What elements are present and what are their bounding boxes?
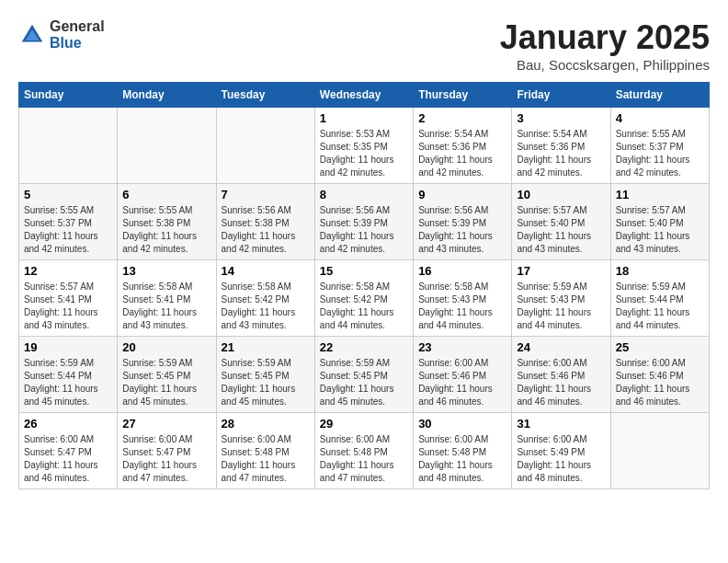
calendar-cell: 21Sunrise: 5:59 AM Sunset: 5:45 PM Dayli… [216, 337, 314, 413]
day-number: 5 [24, 188, 112, 201]
calendar-cell: 10Sunrise: 5:57 AM Sunset: 5:40 PM Dayli… [512, 184, 610, 260]
header-thursday: Thursday [414, 83, 512, 108]
calendar-week-2: 12Sunrise: 5:57 AM Sunset: 5:41 PM Dayli… [19, 260, 710, 337]
calendar-cell: 11Sunrise: 5:57 AM Sunset: 5:40 PM Dayli… [610, 184, 709, 260]
day-info: Sunrise: 6:00 AM Sunset: 5:48 PM Dayligh… [320, 433, 408, 485]
day-number: 22 [320, 340, 408, 354]
day-info: Sunrise: 6:00 AM Sunset: 5:48 PM Dayligh… [222, 433, 310, 485]
calendar-cell: 6Sunrise: 5:55 AM Sunset: 5:38 PM Daylig… [118, 184, 216, 260]
day-number: 8 [320, 188, 408, 201]
day-number: 28 [222, 417, 310, 431]
calendar-cell: 29Sunrise: 6:00 AM Sunset: 5:48 PM Dayli… [314, 413, 413, 489]
day-number: 21 [222, 340, 310, 354]
header-row: Sunday Monday Tuesday Wednesday Thursday… [19, 83, 710, 108]
calendar-cell: 28Sunrise: 6:00 AM Sunset: 5:48 PM Dayli… [216, 413, 314, 489]
calendar-cell: 12Sunrise: 5:57 AM Sunset: 5:41 PM Dayli… [19, 260, 118, 337]
calendar-header: Sunday Monday Tuesday Wednesday Thursday… [19, 83, 710, 108]
logo-text: General Blue [50, 18, 105, 51]
calendar-cell [118, 108, 216, 184]
day-number: 7 [222, 188, 310, 201]
calendar-cell: 22Sunrise: 5:59 AM Sunset: 5:45 PM Dayli… [314, 337, 413, 413]
title-block: January 2025 Bau, Soccsksargen, Philippi… [500, 18, 710, 73]
day-info: Sunrise: 5:58 AM Sunset: 5:41 PM Dayligh… [122, 281, 210, 332]
day-info: Sunrise: 5:55 AM Sunset: 5:37 PM Dayligh… [24, 204, 112, 256]
logo-blue: Blue [50, 35, 105, 52]
header-sunday: Sunday [19, 83, 118, 108]
day-info: Sunrise: 5:56 AM Sunset: 5:39 PM Dayligh… [320, 204, 408, 256]
day-number: 2 [418, 111, 506, 125]
calendar-cell: 20Sunrise: 5:59 AM Sunset: 5:45 PM Dayli… [118, 337, 216, 413]
day-number: 12 [24, 264, 112, 278]
day-number: 9 [418, 188, 506, 201]
day-number: 17 [517, 264, 605, 278]
day-info: Sunrise: 5:56 AM Sunset: 5:39 PM Dayligh… [418, 204, 506, 256]
page-header: General Blue January 2025 Bau, Soccsksar… [18, 18, 710, 73]
day-info: Sunrise: 6:00 AM Sunset: 5:46 PM Dayligh… [616, 357, 704, 408]
day-number: 10 [517, 188, 605, 201]
day-info: Sunrise: 6:00 AM Sunset: 5:46 PM Dayligh… [517, 357, 605, 408]
day-info: Sunrise: 5:55 AM Sunset: 5:38 PM Dayligh… [122, 204, 210, 256]
calendar-cell [610, 413, 709, 489]
calendar-cell: 7Sunrise: 5:56 AM Sunset: 5:38 PM Daylig… [216, 184, 314, 260]
calendar-week-1: 5Sunrise: 5:55 AM Sunset: 5:37 PM Daylig… [19, 184, 710, 260]
calendar-cell: 19Sunrise: 5:59 AM Sunset: 5:44 PM Dayli… [19, 337, 118, 413]
calendar-cell: 18Sunrise: 5:59 AM Sunset: 5:44 PM Dayli… [610, 260, 709, 337]
calendar-cell [19, 108, 118, 184]
day-info: Sunrise: 5:59 AM Sunset: 5:44 PM Dayligh… [24, 357, 112, 408]
day-info: Sunrise: 5:59 AM Sunset: 5:43 PM Dayligh… [517, 281, 605, 332]
day-number: 23 [418, 340, 506, 354]
day-info: Sunrise: 6:00 AM Sunset: 5:47 PM Dayligh… [122, 433, 210, 485]
day-info: Sunrise: 5:54 AM Sunset: 5:36 PM Dayligh… [517, 128, 605, 179]
day-info: Sunrise: 5:58 AM Sunset: 5:42 PM Dayligh… [320, 281, 408, 332]
day-info: Sunrise: 6:00 AM Sunset: 5:46 PM Dayligh… [418, 357, 506, 408]
day-info: Sunrise: 5:56 AM Sunset: 5:38 PM Dayligh… [222, 204, 310, 256]
day-number: 27 [122, 417, 210, 431]
day-number: 16 [418, 264, 506, 278]
calendar-cell: 8Sunrise: 5:56 AM Sunset: 5:39 PM Daylig… [314, 184, 413, 260]
day-number: 25 [616, 340, 704, 354]
day-info: Sunrise: 5:59 AM Sunset: 5:45 PM Dayligh… [320, 357, 408, 408]
day-number: 13 [122, 264, 210, 278]
header-friday: Friday [512, 83, 610, 108]
calendar-table: Sunday Monday Tuesday Wednesday Thursday… [18, 82, 710, 489]
day-number: 1 [320, 111, 408, 125]
calendar-cell: 4Sunrise: 5:55 AM Sunset: 5:37 PM Daylig… [610, 108, 709, 184]
calendar-week-0: 1Sunrise: 5:53 AM Sunset: 5:35 PM Daylig… [19, 108, 710, 184]
calendar-body: 1Sunrise: 5:53 AM Sunset: 5:35 PM Daylig… [19, 108, 710, 489]
day-info: Sunrise: 5:53 AM Sunset: 5:35 PM Dayligh… [320, 128, 408, 179]
day-number: 14 [222, 264, 310, 278]
header-tuesday: Tuesday [216, 83, 314, 108]
day-number: 31 [517, 417, 605, 431]
day-info: Sunrise: 5:58 AM Sunset: 5:43 PM Dayligh… [418, 281, 506, 332]
day-info: Sunrise: 5:54 AM Sunset: 5:36 PM Dayligh… [418, 128, 506, 179]
calendar-cell: 31Sunrise: 6:00 AM Sunset: 5:49 PM Dayli… [512, 413, 610, 489]
day-number: 4 [616, 111, 704, 125]
logo-icon [18, 21, 46, 49]
calendar-cell [216, 108, 314, 184]
day-info: Sunrise: 5:55 AM Sunset: 5:37 PM Dayligh… [616, 128, 704, 179]
day-info: Sunrise: 5:57 AM Sunset: 5:41 PM Dayligh… [24, 281, 112, 332]
calendar-subtitle: Bau, Soccsksargen, Philippines [500, 57, 710, 73]
calendar-cell: 15Sunrise: 5:58 AM Sunset: 5:42 PM Dayli… [314, 260, 413, 337]
day-info: Sunrise: 5:57 AM Sunset: 5:40 PM Dayligh… [616, 204, 704, 256]
day-info: Sunrise: 5:59 AM Sunset: 5:45 PM Dayligh… [122, 357, 210, 408]
logo-general: General [50, 18, 105, 35]
day-info: Sunrise: 6:00 AM Sunset: 5:49 PM Dayligh… [517, 433, 605, 485]
calendar-cell: 24Sunrise: 6:00 AM Sunset: 5:46 PM Dayli… [512, 337, 610, 413]
day-info: Sunrise: 5:58 AM Sunset: 5:42 PM Dayligh… [222, 281, 310, 332]
calendar-cell: 27Sunrise: 6:00 AM Sunset: 5:47 PM Dayli… [118, 413, 216, 489]
day-info: Sunrise: 5:59 AM Sunset: 5:45 PM Dayligh… [222, 357, 310, 408]
day-number: 24 [517, 340, 605, 354]
day-number: 19 [24, 340, 112, 354]
calendar-week-3: 19Sunrise: 5:59 AM Sunset: 5:44 PM Dayli… [19, 337, 710, 413]
calendar-cell: 13Sunrise: 5:58 AM Sunset: 5:41 PM Dayli… [118, 260, 216, 337]
day-number: 18 [616, 264, 704, 278]
calendar-cell: 2Sunrise: 5:54 AM Sunset: 5:36 PM Daylig… [414, 108, 512, 184]
day-number: 30 [418, 417, 506, 431]
calendar-title: January 2025 [500, 18, 710, 57]
calendar-cell: 1Sunrise: 5:53 AM Sunset: 5:35 PM Daylig… [314, 108, 413, 184]
day-info: Sunrise: 6:00 AM Sunset: 5:48 PM Dayligh… [418, 433, 506, 485]
calendar-cell: 16Sunrise: 5:58 AM Sunset: 5:43 PM Dayli… [414, 260, 512, 337]
logo: General Blue [18, 18, 105, 51]
calendar-cell: 14Sunrise: 5:58 AM Sunset: 5:42 PM Dayli… [216, 260, 314, 337]
